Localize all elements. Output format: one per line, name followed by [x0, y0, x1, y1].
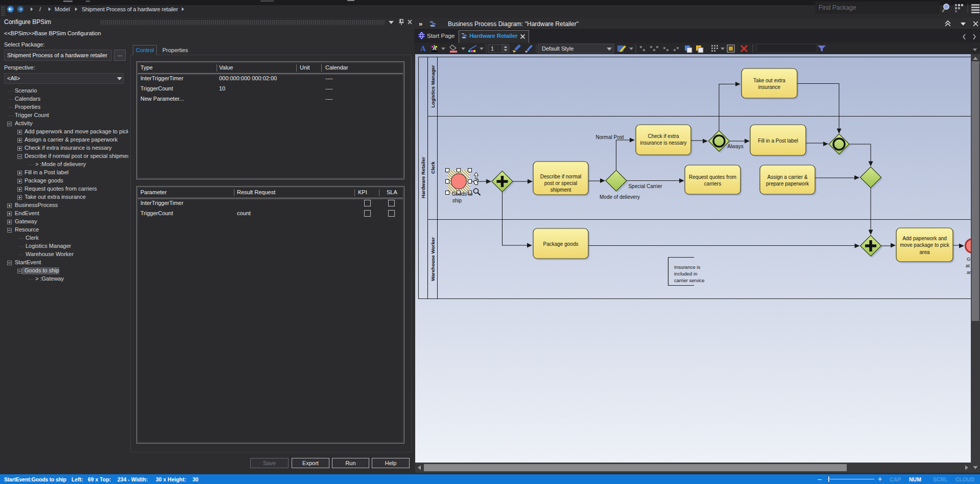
svg-text:Default Style: Default Style: [542, 45, 573, 52]
svg-text:Fill in a Post label: Fill in a Post label: [758, 138, 798, 144]
svg-text:area: area: [967, 269, 971, 275]
svg-text:move package to pick: move package to pick: [900, 242, 950, 248]
svg-text:Assign a carrier &: Assign a carrier &: [768, 174, 808, 180]
svg-text:Warehouse Worker: Warehouse Worker: [430, 237, 436, 281]
svg-text:shipment: shipment: [551, 187, 571, 193]
svg-text:1: 1: [491, 45, 494, 52]
svg-text:Always: Always: [727, 144, 744, 149]
svg-text:Package goods: Package goods: [543, 241, 579, 247]
svg-text:Mode of delievery: Mode of delievery: [600, 194, 640, 200]
svg-text:Take out extra: Take out extra: [753, 78, 785, 83]
svg-text:Add paperwork and: Add paperwork and: [902, 236, 947, 241]
svg-text:insurance is nessary: insurance is nessary: [640, 140, 686, 146]
svg-text:Goods: Goods: [967, 256, 971, 262]
svg-text:Clerk: Clerk: [430, 161, 436, 173]
svg-text:A: A: [420, 44, 426, 53]
svg-text:Special Carrier: Special Carrier: [628, 183, 662, 189]
svg-text:prepare paperwork: prepare paperwork: [766, 181, 809, 187]
svg-text:carrier service: carrier service: [674, 278, 705, 283]
svg-text:included in: included in: [674, 271, 697, 276]
svg-text:Logistics Manager: Logistics Manager: [430, 65, 436, 108]
svg-text:Normal Post: Normal Post: [595, 134, 624, 140]
svg-text:Request quotes from: Request quotes from: [689, 174, 736, 180]
svg-text:Insurance is: Insurance is: [674, 264, 700, 270]
svg-text:insurance: insurance: [758, 84, 781, 90]
svg-text:Goods to: Goods to: [452, 191, 473, 197]
svg-text:ship: ship: [452, 198, 462, 203]
svg-text:Check if extra: Check if extra: [648, 133, 679, 139]
svg-text:post or special: post or special: [544, 180, 577, 186]
svg-text:Describe if normal: Describe if normal: [540, 174, 582, 179]
svg-text:area: area: [919, 249, 929, 255]
svg-text:Hardware Retailer: Hardware Retailer: [420, 157, 426, 198]
svg-text:carriers: carriers: [704, 181, 721, 187]
svg-text:at pick: at pick: [966, 263, 971, 268]
